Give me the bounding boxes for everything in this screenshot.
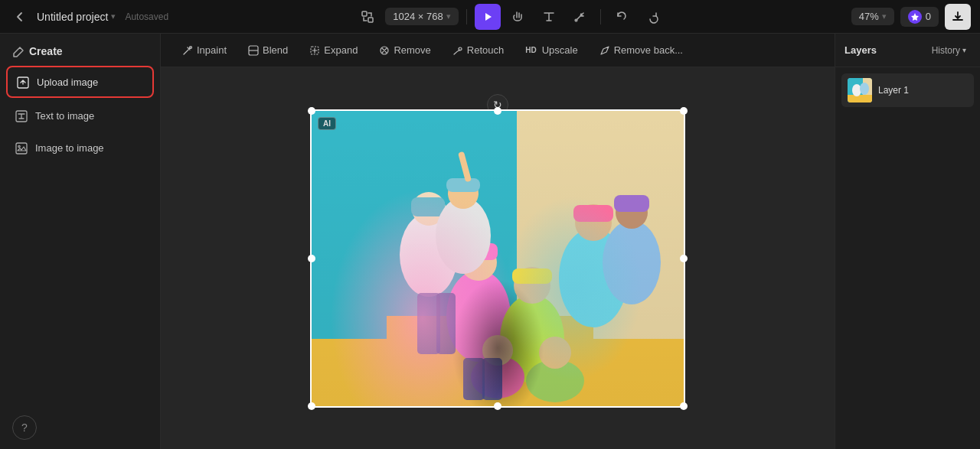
svg-rect-43: [463, 358, 485, 400]
svg-rect-14: [310, 109, 517, 408]
sidebar-header: Create: [0, 34, 160, 66]
svg-point-37: [471, 356, 524, 399]
svg-rect-29: [573, 205, 613, 222]
svg-point-34: [448, 178, 479, 209]
canvas-image-container: ↻: [310, 109, 685, 408]
topbar: Untitled project ▾ Autosaved 1024 × 768 …: [0, 0, 980, 34]
download-button[interactable]: [945, 4, 971, 30]
hand-tool-button[interactable]: [505, 4, 531, 30]
toolbar: Inpaint Blend Expand: [161, 34, 835, 67]
svg-point-27: [559, 228, 628, 327]
layer-thumbnail: [848, 78, 872, 102]
autosaved-label: Autosaved: [125, 11, 168, 22]
blend-button[interactable]: Blend: [239, 41, 297, 60]
svg-rect-36: [458, 151, 472, 182]
right-sidebar-header: Layers History ▾: [835, 34, 980, 67]
layers-title: Layers: [844, 44, 921, 56]
layer-item[interactable]: Layer 1: [841, 73, 974, 107]
svg-point-40: [539, 337, 571, 369]
expand-button[interactable]: Expand: [300, 41, 367, 60]
svg-point-24: [500, 294, 564, 383]
credits-button[interactable]: 0: [900, 7, 939, 27]
topbar-right: 47% ▾ 0: [851, 4, 971, 30]
topbar-left: Untitled project ▾ Autosaved: [9, 6, 168, 28]
redo-button[interactable]: [639, 4, 665, 30]
svg-rect-35: [446, 178, 480, 192]
history-button[interactable]: History ▾: [927, 43, 971, 58]
svg-point-13: [459, 47, 462, 50]
ai-badge: AI: [318, 117, 336, 130]
separator-2: [600, 9, 601, 24]
svg-rect-26: [512, 268, 552, 284]
back-button[interactable]: [9, 6, 31, 28]
canvas-wrapper: Inpaint Blend Expand: [161, 34, 835, 449]
upload-icon: [17, 75, 29, 89]
svg-rect-7: [16, 143, 27, 154]
svg-point-18: [400, 213, 458, 297]
svg-point-50: [860, 83, 869, 95]
svg-point-25: [514, 267, 550, 304]
left-sidebar: Create Upload image: [0, 34, 161, 449]
img2img-icon: [15, 141, 28, 155]
zoom-button[interactable]: 47% ▾: [851, 8, 894, 25]
separator: [466, 9, 467, 24]
text-image-icon: [15, 109, 28, 122]
credit-icon: [908, 10, 922, 24]
play-button[interactable]: [475, 4, 501, 30]
svg-rect-48: [848, 95, 872, 102]
svg-rect-42: [436, 293, 456, 354]
svg-point-8: [18, 145, 20, 147]
layers-list: Layer 1: [835, 67, 980, 113]
remove-button[interactable]: Remove: [370, 41, 439, 60]
svg-rect-15: [517, 109, 685, 408]
topbar-center: 1024 × 768 ▾: [176, 4, 844, 30]
sidebar-item-upload-image[interactable]: Upload image: [6, 66, 154, 98]
right-sidebar: Layers History ▾ Layer 1: [835, 34, 980, 449]
svg-point-21: [446, 270, 511, 362]
hd-badge: HD: [525, 46, 536, 54]
layer-name: Layer 1: [878, 85, 909, 96]
svg-point-28: [575, 204, 612, 241]
svg-rect-45: [310, 109, 685, 408]
canvas-size-button[interactable]: 1024 × 768 ▾: [385, 8, 458, 25]
upscale-button[interactable]: HD Upscale: [516, 41, 586, 60]
retouch-button[interactable]: Retouch: [443, 41, 513, 60]
undo-button[interactable]: [609, 4, 635, 30]
svg-rect-0: [362, 11, 367, 16]
svg-rect-41: [417, 293, 440, 354]
fit-screen-button[interactable]: [354, 4, 381, 30]
svg-rect-17: [387, 316, 593, 408]
inpaint-button[interactable]: Inpaint: [173, 41, 236, 60]
svg-rect-1: [368, 18, 373, 22]
svg-rect-16: [310, 339, 685, 408]
canvas-image: [310, 109, 685, 408]
svg-marker-4: [911, 13, 919, 21]
pen-tool-button[interactable]: [567, 4, 593, 30]
svg-marker-2: [485, 13, 492, 21]
layer-thumb-svg: [848, 78, 872, 102]
text-tool-button[interactable]: [536, 4, 562, 30]
svg-point-30: [603, 220, 661, 304]
sidebar-footer: ?: [0, 406, 160, 449]
remove-back-button[interactable]: Remove back...: [590, 41, 692, 60]
canvas-area[interactable]: ↻: [161, 67, 835, 449]
sidebar-items: Upload image Text to image: [0, 66, 160, 162]
sidebar-item-image-to-image[interactable]: Image to image: [6, 133, 154, 162]
svg-rect-44: [482, 358, 502, 400]
sidebar-item-text-to-image[interactable]: Text to image: [6, 101, 154, 130]
svg-rect-32: [614, 195, 649, 212]
svg-rect-23: [459, 243, 498, 260]
svg-point-39: [526, 360, 584, 402]
create-icon: [12, 44, 24, 58]
svg-point-38: [482, 335, 513, 366]
help-button[interactable]: ?: [12, 415, 37, 440]
project-name[interactable]: Untitled project ▾: [37, 11, 116, 23]
svg-point-31: [616, 197, 648, 229]
main-area: Create Upload image: [0, 34, 980, 449]
svg-point-33: [436, 197, 491, 274]
svg-point-19: [412, 192, 446, 226]
svg-point-22: [460, 244, 497, 281]
svg-rect-20: [411, 197, 445, 216]
canvas-svg: [310, 109, 685, 408]
